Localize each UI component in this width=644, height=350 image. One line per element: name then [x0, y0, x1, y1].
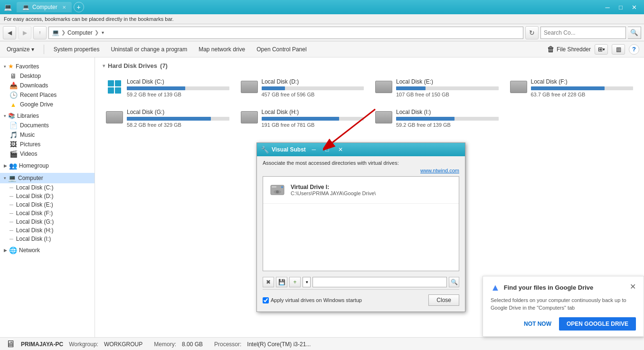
- visual-subst-dialog[interactable]: 🔧 Visual Subst ─ □ ✕ Associate the most …: [256, 142, 465, 312]
- up-button[interactable]: ↑: [33, 26, 47, 39]
- dialog-path-search-button[interactable]: 🔍: [449, 277, 459, 287]
- drive-item-i[interactable]: Local Disk (I:) 59.2 GB free of 139 GB: [372, 105, 502, 131]
- drive-bar-bg-e: [396, 86, 499, 90]
- drive-item-g[interactable]: Local Disk (G:) 58.2 GB free of 329 GB: [103, 105, 233, 131]
- sidebar-item-pictures[interactable]: 🖼 Pictures: [0, 140, 95, 149]
- drive-bar-fill-h: [262, 117, 340, 121]
- svg-point-6: [281, 186, 283, 188]
- hdd-icon-i: [375, 111, 392, 123]
- toolbar-divider-1: [44, 45, 44, 54]
- disk-f-label: Local Disk (F:): [16, 210, 53, 217]
- sidebar-item-disk-d[interactable]: ─ Local Disk (D:): [0, 192, 95, 200]
- drive-icon-d: [241, 78, 258, 95]
- drive-item-f[interactable]: Local Disk (F:) 63.7 GB free of 228 GB: [507, 75, 637, 101]
- drives-grid: Local Disk (C:) 59.2 GB free of 139 GB L…: [103, 75, 636, 131]
- preview-pane-button[interactable]: ▥: [612, 44, 625, 55]
- hdd-icon-h: [241, 111, 258, 123]
- drive-space-e: 107 GB free of 150 GB: [396, 92, 499, 97]
- sidebar-item-downloads[interactable]: 📥 Downloads: [0, 81, 95, 90]
- forward-button[interactable]: ▶: [18, 26, 31, 39]
- minimize-button[interactable]: ─: [601, 2, 614, 12]
- help-button[interactable]: ?: [629, 44, 639, 55]
- drive-item-e[interactable]: Local Disk (E:) 107 GB free of 150 GB: [372, 75, 502, 101]
- disk-h-icon: ─: [9, 227, 13, 233]
- dialog-close-action-button[interactable]: Close: [428, 294, 459, 306]
- open-control-panel-button[interactable]: Open Control Panel: [255, 45, 308, 54]
- disk-f-icon: ─: [9, 210, 13, 216]
- drive-bar-fill-e: [396, 86, 426, 90]
- browser-tab[interactable]: 💻 Computer ✕: [17, 2, 72, 12]
- dialog-add-button[interactable]: +: [289, 277, 301, 287]
- file-shredder-button[interactable]: File Shredder: [557, 46, 591, 53]
- tab-close-icon[interactable]: ✕: [62, 5, 66, 10]
- drive-icon-g: [106, 109, 123, 126]
- apply-startup-checkbox-label[interactable]: Apply virtual drives on Windows startup: [263, 297, 362, 303]
- sidebar-item-recent-places[interactable]: 🕒 Recent Places: [0, 90, 95, 100]
- dropdown-arrow[interactable]: ▾: [101, 30, 105, 35]
- back-button[interactable]: ◀: [3, 26, 16, 39]
- map-network-button[interactable]: Map network drive: [197, 45, 247, 54]
- sidebar-header-favorites[interactable]: ▾ ★ Favorites: [0, 61, 95, 71]
- sidebar-item-desktop[interactable]: 🖥 Desktop: [0, 71, 95, 81]
- sidebar-item-disk-e[interactable]: ─ Local Disk (E:): [0, 200, 95, 209]
- drive-name-i: Local Disk (I:): [396, 109, 499, 115]
- drive-name-g: Local Disk (G:): [127, 109, 229, 115]
- disk-c-icon: ─: [9, 185, 13, 190]
- sidebar-header-libraries[interactable]: ▾ 📚 Libraries: [0, 111, 95, 121]
- new-tab-button[interactable]: +: [74, 2, 84, 12]
- dialog-close-button[interactable]: ✕: [335, 145, 346, 154]
- sidebar-item-documents[interactable]: 📄 Documents: [0, 121, 95, 130]
- sidebar-header-computer[interactable]: ▾ 💻 Computer: [0, 173, 95, 183]
- network-label: Network: [19, 247, 40, 254]
- dialog-drive-item[interactable]: Virtual Drive I: C:\Users\PRIMA JAYA\Goo…: [263, 177, 459, 204]
- drive-space-c: 59.2 GB free of 139 GB: [127, 92, 229, 97]
- dialog-minimize-button[interactable]: ─: [309, 145, 319, 154]
- uninstall-button[interactable]: Uninstall or change a program: [109, 45, 189, 54]
- sidebar-item-google-drive[interactable]: ▲ Google Drive: [0, 100, 95, 109]
- drive-info-f: Local Disk (F:) 63.7 GB free of 228 GB: [531, 78, 634, 97]
- system-properties-button[interactable]: System properties: [52, 45, 102, 54]
- libraries-label: Libraries: [17, 113, 39, 119]
- sidebar-item-disk-g[interactable]: ─ Local Disk (G:): [0, 218, 95, 226]
- dialog-website-link[interactable]: www.ntwind.com: [263, 168, 459, 173]
- drive-item-d[interactable]: Local Disk (D:) 457 GB free of 596 GB: [237, 75, 368, 101]
- sidebar-header-homegroup[interactable]: ▶ 👥 Homegroup: [0, 161, 95, 171]
- address-bar: ◀ ▶ ↑ 💻 ❯ Computer ❯ ▾ ↻ 🔍: [0, 24, 644, 41]
- sidebar-item-disk-f[interactable]: ─ Local Disk (F:): [0, 209, 95, 218]
- maximize-button[interactable]: □: [615, 2, 627, 12]
- dialog-maximize-button[interactable]: □: [322, 145, 332, 154]
- sidebar-item-music[interactable]: 🎵 Music: [0, 130, 95, 140]
- sidebar-item-videos[interactable]: 🎬 Videos: [0, 149, 95, 159]
- bookmark-message: For easy access, bookmarks can be placed…: [4, 16, 174, 22]
- videos-icon: 🎬: [9, 150, 17, 158]
- disk-i-icon: ─: [9, 236, 13, 242]
- dialog-save-button[interactable]: 💾: [276, 277, 287, 287]
- music-icon: 🎵: [9, 131, 17, 139]
- drive-item-c[interactable]: Local Disk (C:) 59.2 GB free of 139 GB: [103, 75, 233, 101]
- organize-button[interactable]: Organize ▾: [5, 45, 36, 54]
- sidebar-header-network[interactable]: ▶ 🌐 Network: [0, 245, 95, 255]
- search-input[interactable]: [540, 27, 626, 39]
- status-pc-name: PRIMAJAYA-PC: [21, 341, 63, 348]
- status-processor: Intel(R) Core(TM) i3-21...: [247, 341, 311, 348]
- drive-item-h[interactable]: Local Disk (H:) 191 GB free of 781 GB: [237, 105, 368, 131]
- drive-bar-bg-c: [127, 86, 229, 90]
- view-options-button[interactable]: ⊞ ▾: [595, 44, 608, 55]
- sidebar-item-disk-c[interactable]: ─ Local Disk (C:): [0, 183, 95, 192]
- dialog-path-input[interactable]: [313, 277, 447, 287]
- breadcrumb-computer[interactable]: Computer: [67, 29, 93, 36]
- breadcrumb-separator: ❯: [61, 29, 66, 36]
- apply-startup-checkbox[interactable]: [263, 297, 269, 303]
- sidebar-item-disk-h[interactable]: ─ Local Disk (H:): [0, 226, 95, 235]
- search-button[interactable]: 🔍: [628, 27, 641, 39]
- dialog-delete-button[interactable]: ✖: [263, 277, 274, 287]
- favorites-chevron: ▾: [4, 64, 6, 69]
- window-close-button[interactable]: ✕: [628, 2, 640, 12]
- sidebar-item-disk-i[interactable]: ─ Local Disk (I:): [0, 235, 95, 243]
- documents-icon: 📄: [9, 122, 17, 129]
- folder-breadcrumb-icon: 💻: [52, 29, 59, 36]
- dialog-drive-dropdown[interactable]: ▾: [303, 277, 311, 287]
- drive-bar-fill-g: [127, 117, 211, 121]
- recent-places-label: Recent Places: [20, 92, 57, 98]
- refresh-button[interactable]: ↻: [525, 26, 539, 39]
